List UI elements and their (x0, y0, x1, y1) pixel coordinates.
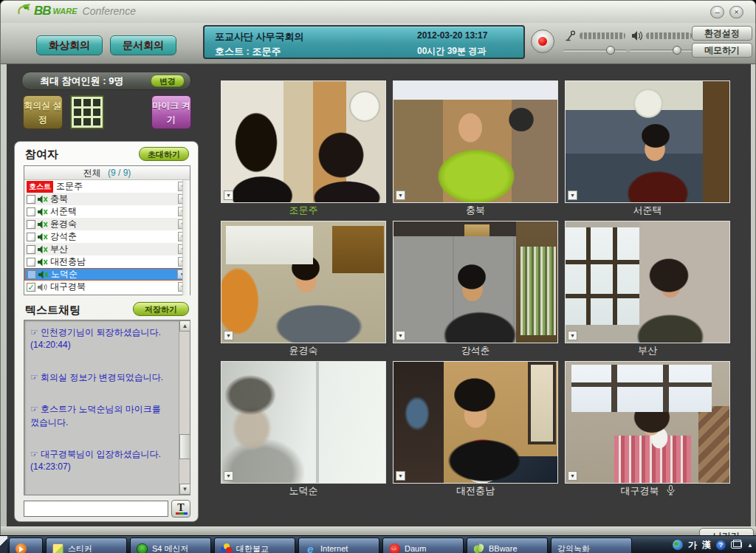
side-panel: 참여자 초대하기 전체 (9 / 9) 호스트 조문주 ▼ 충북 ▼ (14, 141, 199, 522)
taskbar-item-buddhism[interactable]: 대한불교 (214, 537, 295, 553)
taskbar-item-internet[interactable]: eInternet (298, 537, 379, 553)
host-badge: 호스트 (27, 181, 53, 193)
video-label: 노덕순 (221, 484, 386, 500)
participant-row-selected[interactable]: 노덕순 ▼ (24, 268, 190, 281)
chat-message: ☞ 회의실 정보가 변경되었습니다. (30, 371, 176, 384)
save-chat-button[interactable]: 저장하기 (133, 302, 189, 316)
taskbar-item-messenger[interactable]: S4 메신저 (130, 537, 211, 553)
room-settings-button[interactable]: 회의실 설정 (23, 95, 63, 129)
participant-row[interactable]: 부산 ▼ (24, 243, 190, 255)
video-options-button[interactable]: ▼ (396, 190, 405, 200)
title-bar: BB WARE Conference – × (1, 1, 755, 23)
ime-korean-indicator[interactable]: 가 (688, 539, 697, 552)
video-feed: ▼ (393, 221, 558, 343)
video-options-button[interactable]: ▼ (224, 190, 233, 200)
bbware-leaf-icon (473, 543, 484, 553)
participant-list-header: 전체 (9 / 9) (24, 166, 190, 180)
taskbar-item-media[interactable] (9, 537, 43, 553)
tab-video-conference[interactable]: 화상회의 (36, 35, 103, 55)
mic-volume-slider[interactable] (563, 47, 627, 54)
system-tray: 가 漢 ? ▲ (673, 537, 753, 552)
invite-button[interactable]: 초대하기 (139, 147, 189, 161)
logo-text-app: Conference (83, 5, 136, 17)
scroll-up-arrow[interactable]: ▲ (179, 320, 190, 332)
participant-list-scrollbar[interactable] (182, 180, 190, 295)
participant-row-host[interactable]: 호스트 조문주 ▼ (24, 180, 190, 193)
taskbar-item-recording[interactable]: 강의녹화 (551, 537, 632, 553)
video-feed: ▼ (565, 80, 730, 203)
taskbar-item-sticker[interactable]: 스티커 (46, 537, 127, 553)
language-bar-globe-icon[interactable] (673, 540, 683, 550)
settings-button[interactable]: 환경설정 (692, 26, 752, 41)
video-cell: ▼ 대전충남 (393, 361, 558, 501)
mic-on-button[interactable]: 마이크 켜기 (151, 95, 191, 129)
speaker-muted-icon (38, 233, 48, 241)
memo-button[interactable]: 메모하기 (692, 43, 752, 58)
layout-grid-button[interactable] (70, 95, 104, 129)
close-button[interactable]: × (729, 6, 743, 18)
speaker-muted-icon (38, 270, 49, 279)
speaker-muted-icon (38, 258, 48, 267)
mic-slider-thumb[interactable] (606, 46, 615, 55)
video-options-button[interactable]: ▼ (568, 190, 577, 200)
participant-name: 충북 (50, 193, 178, 205)
participant-row[interactable]: 충북 ▼ (24, 193, 190, 205)
video-grid: ▼ 조문주 ▼ 충북 ▼ 서준택 ▼ 윤경숙 ▼ 강석춘 ▼ 부산 (221, 80, 730, 501)
participant-checkbox[interactable] (27, 270, 36, 279)
tri-circle-icon (221, 543, 232, 553)
taskbar-item-daum[interactable]: Daum (382, 537, 464, 553)
video-options-button[interactable]: ▼ (568, 331, 577, 340)
video-options-button[interactable]: ▼ (224, 331, 233, 340)
messenger-icon (137, 543, 148, 553)
video-options-button[interactable]: ▼ (224, 471, 233, 481)
video-options-button[interactable]: ▼ (568, 471, 577, 481)
speaker-muted-icon (38, 195, 48, 204)
participant-name: 대전충남 (50, 255, 178, 268)
participant-checkbox[interactable] (27, 220, 35, 229)
participant-checkbox[interactable] (27, 233, 35, 241)
tray-expand-arrow[interactable]: ▲ (747, 542, 753, 549)
logo-text-ware: WARE (53, 7, 78, 16)
scroll-down-arrow[interactable]: ▼ (179, 484, 190, 495)
internet-explorer-icon: e (305, 543, 316, 553)
taskbar-item-bbware[interactable]: BBware (467, 537, 548, 553)
taskbar-edge-fragment (0, 536, 7, 553)
participant-row[interactable]: 서준택 ▼ (24, 205, 190, 218)
tab-document-conference[interactable]: 문서회의 (110, 35, 176, 55)
participant-checkbox[interactable] (27, 258, 35, 267)
scroll-thumb[interactable] (179, 434, 190, 459)
ime-pad-icon[interactable] (731, 541, 742, 549)
speaker-slider-thumb[interactable] (673, 46, 681, 55)
chat-scrollbar[interactable]: ▲ ▼ (179, 320, 190, 495)
speaker-volume-slider[interactable] (630, 47, 693, 54)
participant-row[interactable]: 대전충남 ▼ (24, 255, 190, 268)
participant-checkbox-checked[interactable]: ✓ (27, 283, 35, 292)
video-options-button[interactable]: ▼ (396, 471, 405, 481)
text-chat-title: 텍스트채팅 (25, 303, 80, 317)
media-player-icon (16, 543, 27, 553)
video-feed: ▼ (565, 221, 730, 343)
font-color-button[interactable]: T (171, 500, 190, 518)
mic-volume-group (563, 29, 627, 58)
participant-checkbox[interactable] (27, 195, 35, 204)
microphone-icon (565, 30, 577, 42)
video-cell: ▼ 서준택 (565, 80, 730, 221)
participant-row[interactable]: ✓ 대구경북 ▼ (24, 281, 190, 293)
ime-hanja-indicator[interactable]: 漢 (702, 539, 711, 552)
video-label: 충북 (393, 203, 558, 219)
participant-row[interactable]: 강석춘 ▼ (24, 230, 190, 243)
video-options-button[interactable]: ▼ (396, 331, 405, 340)
participant-name: 노덕순 (51, 268, 177, 281)
video-feed: ▼ (221, 361, 386, 484)
ime-help-icon[interactable]: ? (716, 540, 726, 550)
chat-messages: ☞ 인천경기님이 퇴장하셨습니다. (14:20:44) ☞ 회의실 정보가 변… (24, 320, 179, 495)
video-label: 부산 (565, 343, 730, 360)
participant-row[interactable]: 윤경숙 ▼ (24, 218, 190, 230)
change-button[interactable]: 변경 (151, 75, 185, 87)
participant-checkbox[interactable] (27, 207, 35, 216)
minimize-button[interactable]: – (710, 6, 724, 18)
video-feed: ▼ (221, 221, 386, 343)
participant-checkbox[interactable] (27, 245, 35, 254)
record-button[interactable] (531, 30, 554, 53)
chat-input[interactable] (24, 501, 168, 517)
